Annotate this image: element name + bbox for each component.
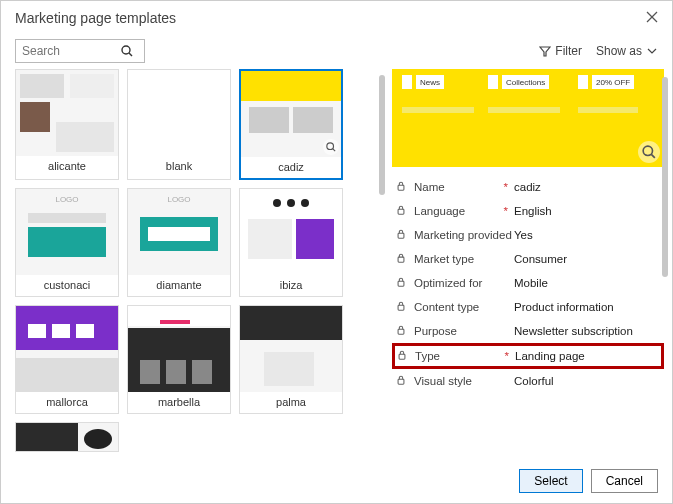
template-label: custonaci: [16, 275, 118, 296]
property-list: Name*cadizLanguage*EnglishMarketing prov…: [392, 175, 664, 459]
showas-button[interactable]: Show as: [596, 44, 658, 58]
chevron-down-icon: [646, 45, 658, 57]
lock-icon: [396, 205, 412, 217]
details-pane: News Collections 20% OFF Name*cadizLangu…: [392, 69, 670, 459]
property-value: Yes: [514, 229, 660, 241]
property-row: Market typeConsumer: [392, 247, 664, 271]
dialog-title: Marketing page templates: [15, 10, 176, 26]
svg-point-7: [643, 146, 652, 155]
property-row: Language*English: [392, 199, 664, 223]
lock-icon: [396, 253, 412, 265]
gallery-scrollbar[interactable]: [376, 69, 388, 459]
property-value: Product information: [514, 301, 660, 313]
property-label: Type*: [397, 350, 515, 362]
template-card-blank[interactable]: blank: [127, 69, 231, 180]
svg-rect-15: [398, 329, 404, 334]
filter-icon: [539, 45, 551, 57]
property-value: cadiz: [514, 181, 660, 193]
svg-line-6: [333, 149, 336, 152]
zoom-icon[interactable]: [638, 141, 660, 163]
details-scrollbar[interactable]: [659, 69, 670, 459]
svg-rect-9: [398, 185, 404, 190]
property-value: Mobile: [514, 277, 660, 289]
property-row: Marketing providedYes: [392, 223, 664, 247]
property-value: Landing page: [515, 350, 659, 362]
property-label: Optimized for: [396, 277, 514, 289]
svg-line-3: [129, 53, 132, 56]
template-card-custonaci[interactable]: LOGO custonaci: [15, 188, 119, 297]
template-card-cadiz[interactable]: cadiz: [239, 69, 343, 180]
template-label: marbella: [128, 392, 230, 413]
property-row: Type*Landing page: [392, 343, 664, 369]
showas-label: Show as: [596, 44, 642, 58]
magnify-icon: [323, 139, 339, 155]
svg-point-5: [327, 143, 334, 150]
template-label: blank: [128, 156, 230, 177]
svg-rect-10: [398, 209, 404, 214]
template-preview: News Collections 20% OFF: [392, 69, 664, 167]
cancel-button[interactable]: Cancel: [591, 469, 658, 493]
property-value: Newsletter subscription: [514, 325, 660, 337]
property-label: Language*: [396, 205, 514, 217]
property-label: Market type: [396, 253, 514, 265]
template-card-partial[interactable]: [15, 422, 119, 452]
preview-tab: Collections: [502, 75, 549, 89]
lock-icon: [396, 181, 412, 193]
property-label: Content type: [396, 301, 514, 313]
search-icon: [116, 45, 138, 57]
property-row: PurposeNewsletter subscription: [392, 319, 664, 343]
lock-icon: [396, 375, 412, 387]
search-box[interactable]: [15, 39, 145, 63]
svg-rect-13: [398, 281, 404, 286]
template-card-marbella[interactable]: marbella: [127, 305, 231, 414]
template-gallery: alicante blank cadiz LOGO: [15, 69, 390, 459]
property-label: Marketing provided: [396, 229, 514, 241]
property-label: Name*: [396, 181, 514, 193]
property-label: Purpose: [396, 325, 514, 337]
select-button[interactable]: Select: [519, 469, 582, 493]
lock-icon: [396, 277, 412, 289]
template-card-mallorca[interactable]: mallorca: [15, 305, 119, 414]
lock-icon: [396, 229, 412, 241]
template-card-alicante[interactable]: alicante: [15, 69, 119, 180]
filter-button[interactable]: Filter: [539, 44, 582, 58]
svg-rect-12: [398, 257, 404, 262]
svg-rect-17: [398, 379, 404, 384]
property-row: Visual styleColorful: [392, 369, 664, 393]
property-row: Content typeProduct information: [392, 295, 664, 319]
lock-icon: [397, 350, 413, 362]
close-button[interactable]: [646, 9, 658, 27]
svg-rect-11: [398, 233, 404, 238]
template-label: alicante: [16, 156, 118, 177]
svg-marker-4: [540, 47, 550, 56]
template-card-palma[interactable]: palma: [239, 305, 343, 414]
template-label: mallorca: [16, 392, 118, 413]
property-value: English: [514, 205, 660, 217]
lock-icon: [396, 325, 412, 337]
preview-tab: News: [416, 75, 444, 89]
template-label: ibiza: [240, 275, 342, 296]
svg-rect-14: [398, 305, 404, 310]
property-row: Name*cadiz: [392, 175, 664, 199]
svg-rect-16: [399, 354, 405, 359]
lock-icon: [396, 301, 412, 313]
property-label: Visual style: [396, 375, 514, 387]
template-label: palma: [240, 392, 342, 413]
template-card-ibiza[interactable]: ibiza: [239, 188, 343, 297]
property-value: Consumer: [514, 253, 660, 265]
template-label: diamante: [128, 275, 230, 296]
property-value: Colorful: [514, 375, 660, 387]
template-card-diamante[interactable]: LOGO diamante: [127, 188, 231, 297]
property-row: Optimized forMobile: [392, 271, 664, 295]
filter-label: Filter: [555, 44, 582, 58]
svg-point-2: [122, 46, 130, 54]
preview-tab: 20% OFF: [592, 75, 634, 89]
search-input[interactable]: [16, 44, 116, 58]
template-label: cadiz: [241, 157, 341, 178]
svg-line-8: [651, 154, 655, 158]
